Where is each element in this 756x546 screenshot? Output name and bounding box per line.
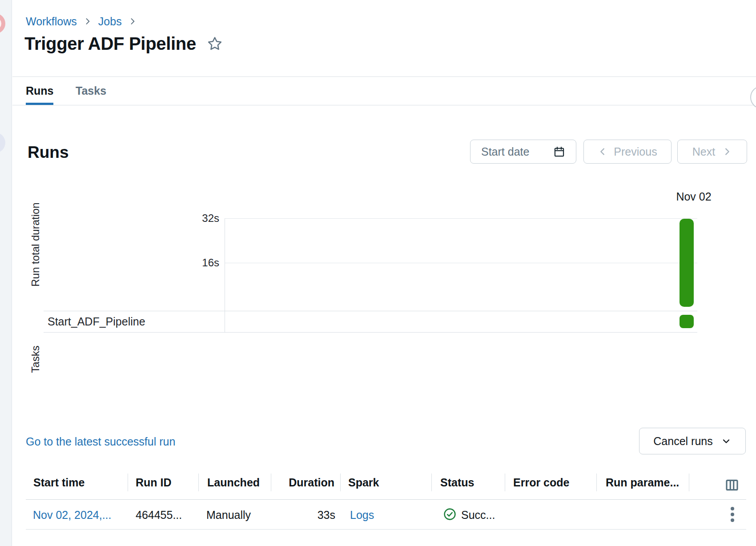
start-date-button[interactable]: Start date xyxy=(470,140,576,164)
chevron-left-icon xyxy=(598,147,607,157)
left-rail-lavender-badge xyxy=(0,132,5,153)
column-header-start-time[interactable]: Start time xyxy=(33,476,84,489)
chart-gridline-16s xyxy=(225,263,697,263)
column-header-status[interactable]: Status xyxy=(440,476,474,489)
chart-date-label: Nov 02 xyxy=(663,190,725,203)
chevron-right-icon xyxy=(83,17,92,26)
chart-tick-32s: 32s xyxy=(184,212,219,225)
task-row-top-border xyxy=(44,311,697,311)
column-header-run-parameters[interactable]: Run parame... xyxy=(606,476,679,489)
column-resize-handle[interactable] xyxy=(505,474,505,491)
chevron-right-icon xyxy=(722,147,732,157)
kebab-menu-icon[interactable] xyxy=(726,505,739,524)
run-start-time-link[interactable]: Nov 02, 2024,... xyxy=(33,509,112,522)
page-title: Trigger ADF Pipeline xyxy=(24,34,196,54)
column-resize-handle[interactable] xyxy=(431,474,432,491)
run-status-cell: Succ... xyxy=(461,509,495,522)
column-resize-handle[interactable] xyxy=(689,474,689,491)
columns-icon[interactable] xyxy=(723,477,741,494)
runs-section-heading: Runs xyxy=(28,143,69,162)
previous-label: Previous xyxy=(614,145,657,158)
column-resize-handle[interactable] xyxy=(271,474,271,491)
column-resize-handle[interactable] xyxy=(340,474,341,491)
left-rail xyxy=(0,0,12,546)
chevron-down-icon xyxy=(721,436,732,446)
tab-runs[interactable]: Runs xyxy=(26,84,54,97)
chart-tasks-axis-label: Tasks xyxy=(29,345,42,373)
task-row-bottom-border xyxy=(44,332,697,333)
chart-tick-16s: 16s xyxy=(184,257,219,269)
column-header-spark[interactable]: Spark xyxy=(348,476,379,489)
chart-y-axis-label: Run total duration xyxy=(29,202,42,286)
check-circle-icon xyxy=(443,507,457,521)
star-icon[interactable] xyxy=(206,35,224,52)
task-run-cell[interactable] xyxy=(680,315,694,328)
previous-button[interactable]: Previous xyxy=(583,140,672,164)
column-resize-handle[interactable] xyxy=(128,474,128,491)
column-resize-handle[interactable] xyxy=(198,474,199,491)
column-header-run-id[interactable]: Run ID xyxy=(136,476,172,489)
table-header-border xyxy=(26,499,746,500)
run-id-cell: 464455... xyxy=(136,509,182,522)
chart-y-axis-line xyxy=(225,218,225,332)
next-button[interactable]: Next xyxy=(677,140,747,164)
cancel-runs-label: Cancel runs xyxy=(653,435,712,448)
run-duration-bar[interactable] xyxy=(680,219,694,307)
run-logs-link[interactable]: Logs xyxy=(350,509,374,522)
next-label: Next xyxy=(692,145,715,158)
tab-tasks[interactable]: Tasks xyxy=(76,84,106,97)
column-resize-handle[interactable] xyxy=(596,474,597,491)
calendar-icon xyxy=(553,146,565,158)
breadcrumb-workflows-link[interactable]: Workflows xyxy=(26,15,77,28)
latest-successful-run-link[interactable]: Go to the latest successful run xyxy=(26,435,175,448)
run-launched-cell: Manually xyxy=(206,509,251,522)
left-rail-pink-badge xyxy=(0,13,5,34)
tabs-bottom-divider xyxy=(12,105,756,105)
cancel-runs-button[interactable]: Cancel runs xyxy=(639,428,746,454)
chevron-right-icon xyxy=(128,17,137,26)
column-header-launched[interactable]: Launched xyxy=(207,476,260,489)
chart-gridline-32s xyxy=(225,218,697,219)
run-duration-cell: 33s xyxy=(276,509,335,522)
edge-floating-button[interactable] xyxy=(750,86,756,109)
breadcrumb: Workflows Jobs xyxy=(26,13,137,29)
column-header-error-code[interactable]: Error code xyxy=(513,476,569,489)
task-row-label[interactable]: Start_ADF_Pipeline xyxy=(48,315,145,328)
tabs-top-divider xyxy=(12,76,756,77)
start-date-label: Start date xyxy=(481,145,529,158)
table-row-border xyxy=(26,529,746,530)
column-header-duration[interactable]: Duration xyxy=(276,476,334,489)
breadcrumb-jobs-link[interactable]: Jobs xyxy=(98,15,122,28)
